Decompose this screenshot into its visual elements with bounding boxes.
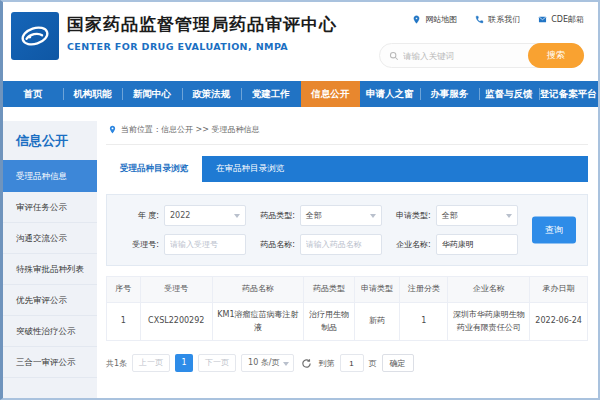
apply-type-value: 全部 — [442, 210, 458, 221]
table-header-row: 序号 受理号 药品名称 药品类型 申请类型 注册分类 企业名称 承办日期 — [107, 277, 588, 303]
sidebar-item-communication[interactable]: 沟通交流公示 — [3, 223, 97, 254]
nav-item-supervision[interactable]: 监督与反馈 — [479, 81, 539, 107]
main-area: 信息公开 受理品种信息 审评任务公示 沟通交流公示 特殊审批品种列表 优先审评公… — [3, 107, 598, 400]
search-icon — [389, 51, 399, 61]
year-select[interactable]: 2022 — [164, 205, 246, 226]
col-reg-class: 注册分类 — [400, 277, 448, 303]
nav-item-news[interactable]: 新闻中心 — [122, 81, 182, 107]
col-company: 企业名称 — [448, 277, 530, 303]
sidebar-item-breakthrough-therapy[interactable]: 突破性治疗公示 — [3, 316, 97, 347]
filter-row-1: 年 度: 2022 药品类型: 全部 申请类 — [115, 205, 523, 226]
nav-item-party[interactable]: 党建工作 — [241, 81, 301, 107]
nav-item-applicant-window[interactable]: 申请人之窗 — [360, 81, 420, 107]
mail-icon — [538, 15, 547, 24]
location-pin-icon — [412, 15, 421, 24]
acceptance-no-label: 受理号: — [115, 239, 159, 250]
sidebar-item-special-approval[interactable]: 特殊审批品种列表 — [3, 254, 97, 285]
phone-icon — [475, 15, 484, 24]
total-count: 共1条 — [106, 358, 127, 369]
cell-reg-class: 1 — [400, 302, 448, 341]
nav-item-home[interactable]: 首页 — [3, 81, 63, 107]
sitemap-link[interactable]: 网站地图 — [412, 14, 457, 25]
site-header: 国家药品监督管理局药品审评中心 CENTER FOR DRUG EVALUATI… — [3, 2, 598, 81]
content: 当前位置：信息公开 >> 受理品种信息 受理品种目录浏览 在审品种目录浏览 年 … — [106, 121, 588, 372]
prev-page-button[interactable]: 上一页 — [132, 354, 170, 372]
contact-link[interactable]: 联系我们 — [475, 14, 520, 25]
col-serial: 序号 — [107, 277, 141, 303]
page-size-select[interactable]: 10 条/页 — [241, 354, 293, 372]
pagination: 共1条 上一页 1 下一页 10 条/页 到第 页 确定 — [106, 354, 588, 372]
nav-item-registration-platform[interactable]: 登记备案平台 — [539, 81, 599, 107]
sidebar-item-accepted-varieties[interactable]: 受理品种信息 — [3, 160, 97, 192]
col-date: 承办日期 — [530, 277, 588, 303]
page: 国家药品监督管理局药品审评中心 CENTER FOR DRUG EVALUATI… — [0, 0, 600, 400]
site-subtitle: CENTER FOR DRUG EVALUATION, NMPA — [67, 41, 337, 52]
site-title-block: 国家药品监督管理局药品审评中心 CENTER FOR DRUG EVALUATI… — [67, 13, 337, 52]
contact-label: 联系我们 — [488, 14, 520, 25]
drug-type-select[interactable]: 全部 — [300, 205, 382, 226]
results-table: 序号 受理号 药品名称 药品类型 申请类型 注册分类 企业名称 承办日期 1 C… — [106, 276, 588, 341]
tab-bar: 受理品种目录浏览 在审品种目录浏览 — [106, 156, 588, 182]
cell-date: 2022-06-24 — [530, 302, 588, 341]
chevron-down-icon — [370, 214, 376, 218]
cell-drug-name: KM1溶瘤痘苗病毒注射液 — [212, 302, 303, 341]
breadcrumb-text: 当前位置：信息公开 >> 受理品种信息 — [121, 124, 260, 135]
drug-name-input[interactable] — [300, 234, 382, 255]
company-name-input[interactable] — [436, 234, 518, 255]
filter-company-name: 企业名称: — [387, 234, 523, 255]
company-name-label: 企业名称: — [387, 239, 431, 250]
breadcrumb: 当前位置：信息公开 >> 受理品种信息 — [106, 121, 588, 145]
page-1-button[interactable]: 1 — [175, 354, 193, 372]
goto-label: 到第 — [319, 358, 335, 369]
nav-item-functions[interactable]: 机构职能 — [63, 81, 123, 107]
sidebar-item-review-tasks[interactable]: 审评任务公示 — [3, 192, 97, 223]
acceptance-no-input[interactable] — [164, 234, 246, 255]
nav-item-info-disclosure[interactable]: 信息公开 — [301, 81, 361, 107]
tab-accepted-catalog[interactable]: 受理品种目录浏览 — [106, 156, 202, 182]
drug-type-label: 药品类型: — [251, 210, 295, 221]
chevron-down-icon — [283, 362, 289, 366]
cde-logo-icon — [11, 12, 59, 60]
nav-item-policies[interactable]: 政策法规 — [182, 81, 242, 107]
main-nav: 首页 机构职能 新闻中心 政策法规 党建工作 信息公开 申请人之窗 办事服务 监… — [3, 81, 598, 107]
site-title: 国家药品监督管理局药品审评中心 — [67, 13, 337, 36]
cell-serial: 1 — [107, 302, 141, 341]
cell-company: 深圳市华药康明生物药业有限责任公司 — [448, 302, 530, 341]
sidebar-item-three-in-one[interactable]: 三合一审评公示 — [3, 347, 97, 378]
col-acceptance-no: 受理号 — [140, 277, 212, 303]
filter-panel: 年 度: 2022 药品类型: 全部 申请类 — [106, 194, 588, 266]
filter-row-2: 受理号: 药品名称: 企业名称: — [115, 234, 523, 255]
sidebar-item-priority-review[interactable]: 优先审评公示 — [3, 285, 97, 316]
sitemap-label: 网站地图 — [425, 14, 457, 25]
col-apply-type: 申请类型 — [354, 277, 400, 303]
apply-type-select[interactable]: 全部 — [436, 205, 518, 226]
chevron-down-icon — [234, 214, 240, 218]
mailbox-label: CDE邮箱 — [551, 14, 584, 25]
chevron-down-icon — [506, 214, 512, 218]
drug-name-label: 药品名称: — [251, 239, 295, 250]
apply-type-label: 申请类型: — [387, 210, 431, 221]
tab-under-review-catalog[interactable]: 在审品种目录浏览 — [202, 156, 298, 182]
nav-item-services[interactable]: 办事服务 — [420, 81, 480, 107]
drug-type-value: 全部 — [306, 210, 322, 221]
mailbox-link[interactable]: CDE邮箱 — [538, 14, 584, 25]
filter-apply-type: 申请类型: 全部 — [387, 205, 523, 226]
query-button[interactable]: 查询 — [532, 217, 576, 244]
confirm-button[interactable]: 确定 — [382, 354, 414, 372]
quick-links: 网站地图 联系我们 CDE邮箱 — [412, 14, 584, 25]
page-size-value: 10 条/页 — [248, 358, 279, 367]
sidebar-title: 信息公开 — [3, 121, 97, 160]
cell-drug-type: 治疗用生物制品 — [304, 302, 355, 341]
next-page-button[interactable]: 下一页 — [198, 354, 236, 372]
cell-apply-type: 新药 — [354, 302, 400, 341]
refresh-icon[interactable] — [301, 358, 312, 369]
year-value: 2022 — [170, 211, 190, 220]
search-button[interactable]: 搜索 — [528, 43, 584, 68]
location-pin-icon — [108, 125, 117, 134]
goto-unit: 页 — [369, 358, 377, 369]
sidebar: 信息公开 受理品种信息 审评任务公示 沟通交流公示 特殊审批品种列表 优先审评公… — [3, 121, 97, 400]
goto-page-input[interactable] — [340, 354, 364, 372]
filter-acceptance-no: 受理号: — [115, 234, 251, 255]
search-input[interactable] — [403, 51, 528, 61]
col-drug-type: 药品类型 — [304, 277, 355, 303]
